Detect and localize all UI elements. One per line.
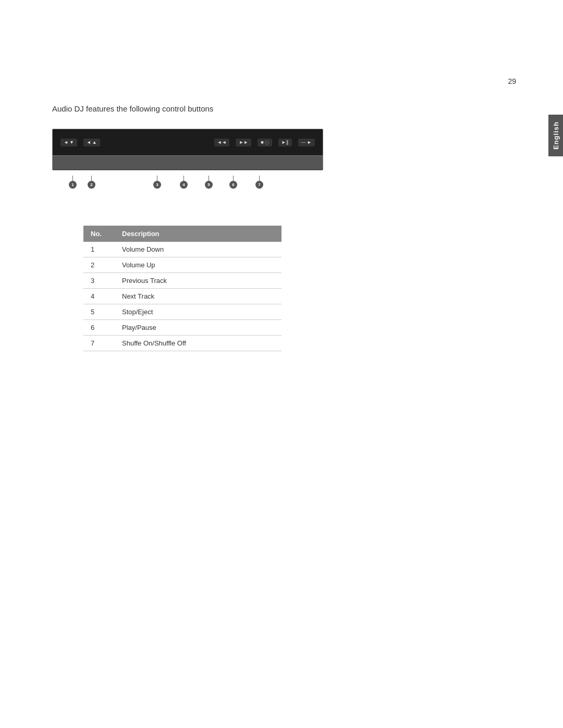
indicator-5: 5	[205, 176, 213, 189]
table-cell-no: 4	[83, 289, 115, 304]
stop-icon: ■	[261, 140, 263, 145]
indicator-circle-4: 4	[180, 181, 188, 189]
indicator-6: 6	[229, 176, 237, 189]
indicator-circle-6: 6	[229, 181, 237, 189]
play-pause-button: ►‖	[278, 139, 292, 146]
indicator-3: 3	[153, 176, 161, 189]
col-no-header: No.	[83, 226, 115, 242]
vol-down-icon2: ▼	[69, 140, 74, 145]
indicator-circle-1: 1	[69, 181, 77, 189]
table-cell-description: Play/Pause	[115, 320, 282, 336]
table-row: 2Volume Up	[83, 257, 282, 273]
indicator-line	[209, 176, 209, 181]
indicator-line	[183, 176, 184, 181]
indicator-1: 1	[69, 176, 77, 189]
eject-icon: ◌	[265, 140, 269, 145]
table-cell-no: 5	[83, 304, 115, 320]
indicator-4: 4	[180, 176, 188, 189]
next-icon: ►►	[239, 140, 248, 145]
table-cell-no: 7	[83, 336, 115, 351]
indicator-row: 1 2 3 4 5 6 7	[52, 176, 323, 194]
table-cell-description: Volume Down	[115, 242, 282, 257]
indicator-line	[233, 176, 234, 181]
table-row: 6Play/Pause	[83, 320, 282, 336]
indicator-line	[259, 176, 260, 181]
description-table: No. Description 1Volume Down2Volume Up3P…	[83, 226, 282, 351]
language-tab: English	[548, 115, 563, 156]
indicator-circle-5: 5	[205, 181, 213, 189]
stop-eject-button: ■ ◌	[258, 139, 272, 146]
table-row: 4Next Track	[83, 289, 282, 304]
table-row: 1Volume Down	[83, 242, 282, 257]
table-cell-description: Shuffe On/Shuffle Off	[115, 336, 282, 351]
indicator-2: 2	[88, 176, 95, 189]
table-cell-no: 2	[83, 257, 115, 273]
prev-icon: ◄◄	[217, 140, 227, 145]
table-row: 5Stop/Eject	[83, 304, 282, 320]
table-cell-no: 3	[83, 273, 115, 289]
vol-up-icon2: ▲	[92, 140, 97, 145]
table-cell-no: 6	[83, 320, 115, 336]
col-desc-header: Description	[115, 226, 282, 242]
table-row: 3Previous Track	[83, 273, 282, 289]
shuffle-button: — ►	[298, 139, 315, 146]
indicator-line	[91, 176, 92, 181]
vol-up-icon: ◄	[87, 140, 91, 145]
next-button: ►►	[236, 139, 251, 146]
intro-text: Audio DJ features the following control …	[52, 104, 511, 113]
page-number: 29	[508, 77, 516, 85]
table-cell-description: Volume Up	[115, 257, 282, 273]
indicator-circle-3: 3	[153, 181, 161, 189]
table-cell-description: Next Track	[115, 289, 282, 304]
vol-down-icon: ◄	[64, 140, 68, 145]
prev-button: ◄◄	[214, 139, 230, 146]
device-mid-strip	[53, 155, 323, 170]
indicator-circle-2: 2	[88, 181, 95, 189]
shuffle-icon: — ►	[301, 140, 312, 145]
indicator-circle-7: 7	[255, 181, 263, 189]
indicator-line	[157, 176, 157, 181]
table-cell-no: 1	[83, 242, 115, 257]
vol-up-button: ◄ ▲	[83, 139, 100, 146]
table-cell-description: Previous Track	[115, 273, 282, 289]
play-icon: ►‖	[282, 140, 289, 145]
table-row: 7Shuffe On/Shuffle Off	[83, 336, 282, 351]
vol-down-button: ◄ ▼	[60, 139, 77, 146]
device-image: ◄ ▼ ◄ ▲ ◄◄ ►► ■	[52, 129, 323, 170]
table-header-row: No. Description	[83, 226, 282, 242]
table-cell-description: Stop/Eject	[115, 304, 282, 320]
indicator-line	[72, 176, 73, 181]
indicator-7: 7	[255, 176, 263, 189]
